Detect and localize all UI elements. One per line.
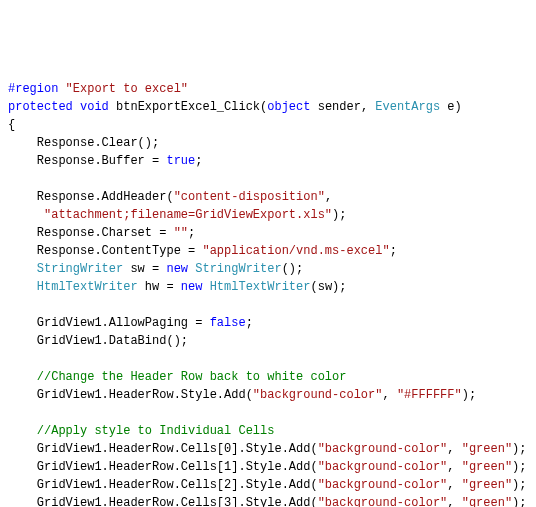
param-sender: sender, [310,100,375,114]
semicolon: ; [246,316,253,330]
string-literal: "background-color" [318,478,448,492]
type-stringwriter: StringWriter [188,262,282,276]
keyword-object: object [267,100,310,114]
keyword-protected: protected [8,100,73,114]
code-line: GridView1.HeaderRow.Cells[3].Style.Add( [8,496,318,507]
keyword-false: false [210,316,246,330]
string-literal: "green" [462,442,512,456]
comma: , [447,478,461,492]
code-line: Response.Buffer = [8,154,166,168]
comment-line: //Apply style to Individual Cells [8,424,274,438]
code-line: GridView1.HeaderRow.Cells[2].Style.Add( [8,478,318,492]
type-stringwriter: StringWriter [8,262,123,276]
code-line: Response.Clear(); [8,136,159,150]
string-literal: "application/vnd.ms-excel" [202,244,389,258]
string-literal: "background-color" [318,496,448,507]
string-literal: "background-color" [318,442,448,456]
string-literal: "" [174,226,188,240]
comma: , [382,388,396,402]
semicolon: ; [195,154,202,168]
keyword-true: true [166,154,195,168]
code-line: GridView1.HeaderRow.Cells[1].Style.Add( [8,460,318,474]
code-line: Response.ContentType = [8,244,202,258]
comma: , [447,460,461,474]
brace-open: { [8,118,15,132]
string-literal: "background-color" [253,388,383,402]
type-htmltextwriter: HtmlTextWriter [8,280,138,294]
code-block: #region "Export to excel" protected void… [8,80,528,507]
code-line: Response.Charset = [8,226,174,240]
comma: , [447,496,461,507]
code-line: hw = [138,280,181,294]
method-name: btnExportExcel_Click( [109,100,267,114]
string-literal: "#FFFFFF" [397,388,462,402]
keyword-new: new [166,262,188,276]
keyword-void: void [73,100,109,114]
code-line: GridView1.DataBind(); [8,334,188,348]
close-paren: ); [332,208,346,222]
string-literal: "green" [462,478,512,492]
string-literal: "background-color" [318,460,448,474]
region-name: "Export to excel" [58,82,188,96]
code-line: GridView1.AllowPaging = [8,316,210,330]
type-eventargs: EventArgs [375,100,440,114]
code-line: Response.AddHeader( [8,190,174,204]
semicolon: ; [188,226,195,240]
string-literal: "attachment;filename=GridViewExport.xls" [44,208,332,222]
comma: , [447,442,461,456]
param-e: e) [440,100,462,114]
code-line: sw = [123,262,166,276]
code-line: GridView1.HeaderRow.Cells[0].Style.Add( [8,442,318,456]
region-keyword: #region [8,82,58,96]
type-htmltextwriter: HtmlTextWriter [202,280,310,294]
close-paren: ); [512,442,526,456]
comma: , [325,190,332,204]
comment-line: //Change the Header Row back to white co… [8,370,346,384]
code-line [8,208,44,222]
string-literal: "content-disposition" [174,190,325,204]
string-literal: "green" [462,496,512,507]
code-line: GridView1.HeaderRow.Style.Add( [8,388,253,402]
close-paren: ); [462,388,476,402]
semicolon: ; [390,244,397,258]
close-paren: ); [512,460,526,474]
string-literal: "green" [462,460,512,474]
close-paren: ); [512,478,526,492]
close-paren: (); [282,262,304,276]
close-paren: (sw); [310,280,346,294]
close-paren: ); [512,496,526,507]
keyword-new: new [181,280,203,294]
